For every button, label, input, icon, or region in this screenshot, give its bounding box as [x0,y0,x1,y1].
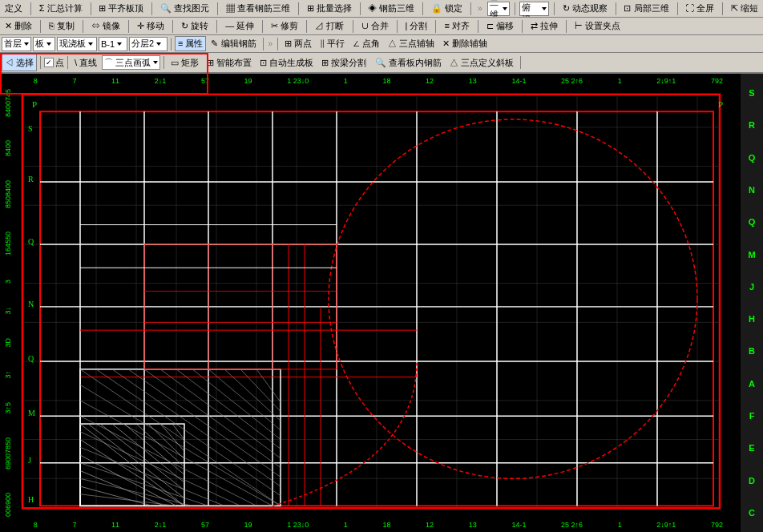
svg-text:R: R [28,175,34,183]
cad-drawing[interactable]: S R Q N Q M J H 8400745 P P [16,88,741,518]
edit-rebar-btn[interactable]: ✎ 编辑钢筋 [208,36,259,51]
zoom-btn[interactable]: ⇱ 缩短 [728,1,761,16]
sep13 [722,2,723,15]
two-point-btn[interactable]: ⊞ 两点 [281,36,315,51]
svg-text:M: M [28,409,35,417]
sep-r2-1 [40,20,41,33]
fullscreen-btn[interactable]: ⛶ 全屏 [682,1,717,16]
sep-r2-12 [522,20,523,33]
sep-r2-7 [306,20,307,33]
define-slope-btn[interactable]: △ 三点定义斜板 [446,55,517,71]
sep-r4-3 [164,56,164,69]
split-by-beam-btn[interactable]: ⊞ 按梁分割 [318,55,369,71]
right-axis-labels: S R Q N Q M J H B A F E D C [741,74,763,532]
view-rebar-btn[interactable]: 🔍 查看板内钢筋 [372,55,445,71]
axis-J: J [749,282,754,292]
toolbar-row3: 首层 板 现浇板 B-1 分层2 ≡ 属性 ✎ 编辑钢筋 » ⊞ 两点 ∥ 平行… [0,35,763,53]
point-checkbox[interactable] [44,58,54,67]
point-angle-btn[interactable]: ∠ 点角 [349,36,383,51]
sep-r3-3 [277,38,278,50]
sep1 [30,2,31,15]
sep11 [616,2,616,15]
smart-layout-btn[interactable]: ⊞ 智能布置 [204,55,255,71]
align-top-btn[interactable]: ⊞ 平齐板顶 [95,1,147,16]
sep6 [360,2,361,15]
axis-E: E [749,443,754,453]
svg-text:J: J [28,456,31,465]
axis-H: H [749,314,755,324]
2d-dropdown[interactable]: 二维 [487,2,510,16]
three-point-axis-btn[interactable]: △ 三点辅轴 [385,36,438,51]
find-element-btn[interactable]: 🔍 查找图元 [157,1,212,16]
sep-r2-8 [353,20,353,33]
axis-M: M [748,250,755,260]
select-btn[interactable]: ◁ 选择 [2,54,37,71]
setclamp-btn[interactable]: ⊢ 设置夹点 [571,18,624,34]
sep-r2-4 [172,20,173,33]
point-check[interactable]: 点 [44,57,64,69]
define-menu[interactable]: 定义 [2,1,26,16]
sep-r3-1 [171,38,172,50]
sep-r3-2 [263,38,264,50]
svg-text:S: S [28,124,33,133]
split-btn[interactable]: | 分割 [402,18,431,34]
property-btn[interactable]: ≡ 属性 [175,36,206,51]
rect-btn[interactable]: ▭ 矩形 [168,55,202,71]
dynamic-view-btn[interactable]: ↻ 动态观察 [559,1,611,16]
align-btn[interactable]: ≡ 对齐 [441,18,472,34]
view-dropdown[interactable]: ⊡ 俯视 [519,2,549,16]
sublayer-dropdown[interactable]: 分层2 [129,37,168,51]
trim-btn[interactable]: ✂ 修剪 [268,18,301,34]
rebar-3d-btn[interactable]: ◈ 钢筋三维 [365,1,418,16]
axis-C: C [749,508,755,518]
svg-text:Q: Q [28,354,34,363]
line-btn[interactable]: \ 直线 [71,55,100,71]
sep-r2-2 [83,20,83,33]
element-type-dropdown[interactable]: 板 [33,37,55,51]
delete-axis-btn[interactable]: ✕ 删除辅轴 [439,36,490,51]
break-btn[interactable]: ⊿ 打断 [312,18,347,34]
rotate-btn[interactable]: ↻ 旋转 [178,18,212,34]
number-dropdown[interactable]: B-1 [99,37,127,51]
axis-F: F [749,411,755,421]
copy-btn[interactable]: ⎘ 复制 [46,18,78,34]
sep-r4-4 [520,56,521,69]
offset-btn[interactable]: ⊏ 偏移 [483,18,517,34]
svg-text:P: P [32,99,37,109]
auto-gen-btn[interactable]: ⊡ 自动生成板 [256,55,317,71]
sep-r4-2 [67,56,68,69]
canvas-area[interactable]: 8 7 11 2↓1 57 19 1 23↓0 1 18 12 13 14-1 … [0,74,763,532]
stretch-btn[interactable]: ⇄ 拉伸 [527,18,561,34]
local-3d-btn[interactable]: ⊡ 局部三维 [620,1,672,16]
batch-select-btn[interactable]: ⊞ 批量选择 [304,1,355,16]
extend-btn[interactable]: — 延伸 [222,18,257,34]
summary-btn[interactable]: Σ 汇总计算 [36,1,86,16]
axis-R: R [749,120,755,130]
lock-btn[interactable]: 🔒 锁定 [428,1,466,16]
left-axis-labels: 8400745 8400 8508400 164550 3 3↓ 3D 3↑ 3… [0,74,16,532]
subtype-dropdown[interactable]: 现浇板 [57,37,97,51]
layer-dropdown[interactable]: 首层 [2,37,31,51]
union-btn[interactable]: ∪ 合并 [358,18,392,34]
view-rebar-3d-btn[interactable]: ▦ 查看钢筋三维 [223,1,293,16]
axis-N: N [749,185,755,195]
svg-text:P: P [718,99,723,109]
svg-text:H: H [28,495,34,504]
parallel-btn[interactable]: ∥ 平行 [317,36,348,51]
axis-D: D [749,476,755,486]
mirror-btn[interactable]: ⇔ 镜像 [88,18,123,34]
sep9 [515,2,515,15]
axis-Q: Q [749,153,756,163]
toolbar-area: 定义 Σ 汇总计算 ⊞ 平齐板顶 🔍 查找图元 ▦ 查看钢筋三维 ⊞ 批量选择 … [0,0,763,74]
cad-svg[interactable]: S R Q N Q M J H 8400745 P P [16,88,741,518]
arc-dropdown[interactable]: ⌒ 三点画弧 [102,55,160,70]
sep2 [91,2,91,15]
bottom-axis-labels: 8 7 11 2↓1 57 19 1 23↓0 1 18 12 13 14-1 … [16,518,741,532]
axis-S: S [749,88,754,98]
axis-Q2: Q [749,217,756,227]
delete-btn[interactable]: ✕ 删除 [2,18,35,34]
sep-r2-3 [128,20,129,33]
sep3 [151,2,152,15]
sep8 [470,2,471,15]
move-btn[interactable]: ✛ 移动 [134,18,168,34]
